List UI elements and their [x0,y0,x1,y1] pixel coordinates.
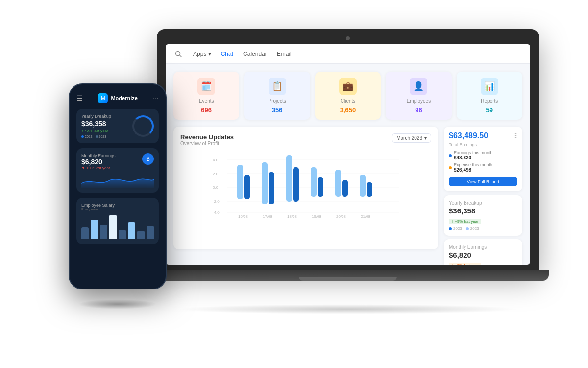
year2-label: 2023 [470,226,479,231]
monthly-earnings-title: Monthly Earnings [449,244,517,250]
yearly-years-row: 2023 2023 [449,226,517,231]
grid-icon: ⠿ [513,132,517,140]
total-earnings-value: $63,489.50 [449,131,488,140]
yearly-breakup-card: Yearly Breakup $36,358 ↑ +9% last year 2… [444,195,522,236]
salary-bar-7 [137,231,145,239]
phone-monthly-badge-text: +9% last year [86,166,110,170]
svg-text:20/08: 20/08 [336,214,346,219]
salary-bar-2 [91,220,98,239]
up-arrow-icon: ↑ [81,129,83,133]
phone-yearly-donut [132,115,154,137]
nav-apps[interactable]: Apps ▾ [193,51,211,57]
svg-rect-21 [342,180,348,197]
svg-text:0.0: 0.0 [213,185,219,190]
svg-text:19/08: 19/08 [312,214,322,219]
phone-wave-chart [81,173,154,188]
laptop-screen: Apps ▾ Chat Calendar Email 🗓️ Events 696… [166,44,530,265]
laptop-shadow [176,304,519,314]
reports-icon: 📊 [484,81,495,92]
svg-rect-14 [262,162,268,204]
employees-label: Employees [407,98,431,104]
date-label: March 2023 [396,135,422,141]
yearly-breakup-title: Yearly Breakup [449,200,517,206]
nav-calendar[interactable]: Calendar [243,51,267,57]
yearly-breakup-badge: ↑ +9% last year [449,219,481,224]
earnings-this-month-row: Earnings this month $48,820 [449,150,517,160]
employees-value: 96 [415,106,422,114]
expense-month-value: $26,498 [454,167,492,173]
stat-card-reports[interactable]: 📊 Reports 59 [457,72,522,120]
phone-salary-title: Employee Salary [81,203,154,208]
view-report-button[interactable]: View Full Report [449,177,517,186]
app-logo-icon: M [98,93,108,103]
search-icon[interactable] [173,49,183,59]
monthly-earnings-badge: ↓ +9% last year [449,263,481,265]
expense-month-label: Expense this month [454,162,492,167]
svg-text:16/08: 16/08 [238,214,248,219]
bar-chart-container: 4.0 2.0 0.0 -2.0 -4.0 [180,150,431,219]
salary-bar-4 [109,215,117,239]
date-filter-button[interactable]: March 2023 ▾ [392,133,431,143]
stat-card-clients[interactable]: 💼 Clients 3,650 [315,72,381,120]
clients-value: 3,650 [340,106,356,114]
phone-salary-card: Employee Salary Every month [76,198,159,244]
svg-line-1 [180,55,182,57]
laptop-navbar: Apps ▾ Chat Calendar Email [166,44,530,64]
svg-rect-16 [286,155,292,202]
phone-yearly-title: Yearly Breakup [81,114,111,119]
svg-text:18/08: 18/08 [287,214,297,219]
more-options-icon[interactable]: ··· [153,94,159,102]
trend-down-icon: ↓ [451,263,453,265]
phone-notch [103,84,132,91]
stat-card-employees[interactable]: 👤 Employees 96 [386,72,451,120]
chart-title: Revenue Updates [180,133,234,141]
svg-rect-12 [237,165,243,199]
phone-year2-label: 2023 [99,135,107,138]
phone-yearly-badge-text: +9% last year [84,129,108,133]
phone-monthly-header: Monthly Earnings $6,820 ▼ +9% last year … [81,153,154,170]
svg-rect-17 [293,167,299,202]
yearly-badge-text: +9% last year [455,219,479,224]
svg-rect-23 [367,182,372,197]
year1-dot [449,227,452,230]
trend-up-icon: ↑ [451,219,453,224]
svg-text:-2.0: -2.0 [213,199,220,204]
svg-text:21/08: 21/08 [361,214,371,219]
down-arrow-icon: ▼ [81,166,85,170]
revenue-bar-chart: 4.0 2.0 0.0 -2.0 -4.0 [180,150,431,219]
stat-card-events[interactable]: 🗓️ Events 696 [173,72,239,120]
yearly-breakup-value: $36,358 [449,207,517,215]
stat-card-projects[interactable]: 📋 Projects 356 [244,72,310,120]
monthly-earnings-value: $6,820 [449,251,517,259]
laptop-base [147,270,549,281]
svg-rect-15 [269,172,274,204]
phone-screen: ☰ M Modernize ··· Yearly Breakup $36,358… [70,84,166,289]
nav-chat[interactable]: Chat [221,51,233,57]
phone-device: ☰ M Modernize ··· Yearly Breakup $36,358… [69,83,167,294]
chevron-down-icon: ▾ [424,135,427,141]
earnings-month-label: Earnings this month [454,150,493,155]
monthly-earnings-card: Monthly Earnings $6,820 ↓ +9% last year [444,239,522,265]
reports-label: Reports [481,98,498,104]
salary-bar-1 [81,227,89,239]
phone-menu-icon[interactable]: ☰ [76,94,83,102]
projects-label: Projects [269,98,286,104]
nav-email[interactable]: Email [277,51,292,57]
phone-year2-dot [96,135,98,138]
salary-bar-6 [128,222,135,239]
svg-text:2.0: 2.0 [213,172,219,176]
reports-value: 59 [486,106,493,114]
phone-body: ☰ M Modernize ··· Yearly Breakup $36,358… [69,83,167,289]
chart-header: Revenue Updates Overview of Profit March… [180,133,431,146]
svg-rect-22 [360,175,366,197]
phone-monthly-action-button[interactable]: $ [142,153,154,165]
events-label: Events [199,98,214,104]
svg-rect-19 [318,177,323,197]
salary-bar-5 [119,230,126,239]
svg-rect-18 [311,167,317,197]
phone-monthly-value: $6,820 [81,158,116,166]
phone-yearly-value: $36,358 [81,120,111,128]
phone-monthly-badge: ▼ +9% last year [81,166,116,170]
salary-bar-3 [100,225,107,239]
monthly-badge-text: +9% last year [455,263,479,265]
